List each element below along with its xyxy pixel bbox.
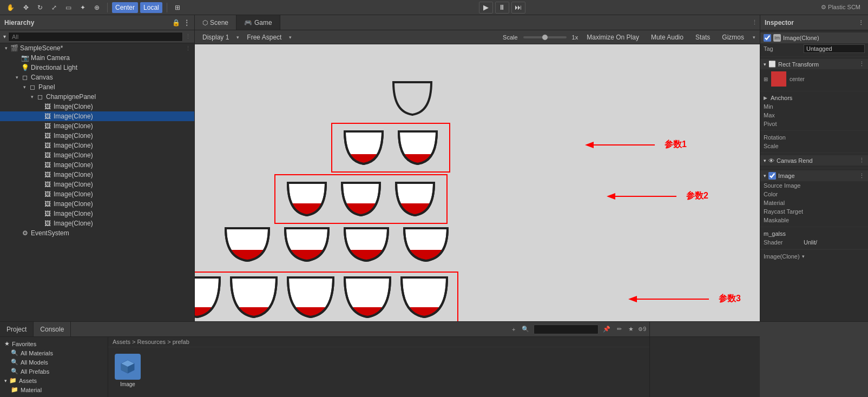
image-component-header[interactable]: ▾ Image ⋮ (760, 170, 868, 181)
project-search-input[interactable] (534, 325, 599, 334)
canvas-renderer-header[interactable]: ▾ 👁 Canvas Rend ⋮ (760, 155, 868, 166)
pause-btn[interactable]: ⏸ (495, 2, 509, 14)
hand-tool-btn[interactable]: ✋ (3, 2, 18, 13)
project-assets-item[interactable]: ▾ 📁 Assets (0, 376, 108, 385)
aspect-dropdown-arrow: ▾ (289, 35, 292, 40)
scale-tool-btn[interactable]: ⤢ (48, 2, 60, 13)
project-favorites-item[interactable]: ★ Favorites (0, 339, 108, 348)
svg-rect-10 (396, 250, 456, 266)
tree-item-image7[interactable]: 🖼 Image(Clone) (0, 160, 194, 170)
step-btn[interactable]: ⏭ (511, 2, 525, 14)
image-comp-menu[interactable]: ⋮ (859, 173, 865, 180)
tree-item-champignepanel[interactable]: ▾ ◻ ChampignePanel (0, 92, 194, 102)
tree-item-canvas[interactable]: ▾ ◻ Canvas (0, 72, 194, 82)
play-btn[interactable]: ▶ (479, 2, 493, 14)
tree-label: Image(Clone) (54, 210, 194, 217)
hierarchy-lock-icon[interactable]: 🔒 (172, 19, 180, 27)
game-tab[interactable]: 🎮 Game (236, 15, 280, 30)
main-toolbar: ✋ ✥ ↻ ⤢ ▭ ✦ ⊕ Center Local ⊞ ▶ ⏸ ⏭ ⚙ Pla… (0, 0, 868, 15)
svg-rect-5 (388, 203, 442, 220)
color-label: Color (764, 191, 801, 197)
tree-item-image13[interactable]: 🖼 Image(Clone) (0, 219, 194, 228)
space-btn[interactable]: Local (140, 2, 162, 13)
toolbar-sep-2 (167, 3, 167, 12)
project-all-materials-item[interactable]: 🔍 All Materials (0, 348, 108, 358)
image-icon: 🖼 (43, 180, 52, 189)
source-image-label: Source Image (764, 182, 801, 189)
project-material-item[interactable]: 📁 Material (0, 385, 108, 394)
inspector-menu-icon[interactable]: ⋮ (858, 19, 864, 25)
image-active-checkbox[interactable] (768, 172, 776, 180)
pivot-btn[interactable]: Center (112, 2, 138, 13)
maximize-on-play-btn[interactable]: Maximize On Play (583, 32, 642, 43)
tree-item-dirlight[interactable]: 💡 Directional Light (0, 63, 194, 72)
hierarchy-dropdown-icon[interactable]: ▾ (3, 34, 6, 39)
bottom-pin-icon[interactable]: 📌 (601, 325, 613, 334)
bottom-search-icon[interactable]: 🔍 (520, 325, 531, 334)
tree-item-samplescene[interactable]: ▾ 🎬 SampleScene* ⋮ (0, 43, 194, 53)
gizmos-dropdown-arrow: ▾ (753, 35, 755, 40)
tree-item-image6[interactable]: 🖼 Image(Clone) (0, 150, 194, 160)
image-clone-dropdown-icon[interactable]: ▾ (802, 254, 805, 259)
tree-item-image1[interactable]: 🖼 Image(Clone) (0, 102, 194, 111)
rect-transform-menu[interactable]: ⋮ (859, 61, 865, 68)
gameobject-active-checkbox[interactable] (764, 34, 771, 42)
inspector-bottom-panel (649, 322, 760, 397)
custom-tool-btn[interactable]: ⊕ (91, 2, 103, 13)
tree-item-panel[interactable]: ▾ ◻ Panel (0, 82, 194, 92)
tree-item-image9[interactable]: 🖼 Image(Clone) (0, 180, 194, 189)
scale-slider[interactable] (523, 36, 567, 38)
gizmos-btn[interactable]: Gizmos (719, 32, 747, 43)
bottom-add-btn[interactable]: + (510, 325, 517, 334)
tree-item-image4[interactable]: 🖼 Image(Clone) (0, 131, 194, 141)
project-tab[interactable]: Project (0, 322, 34, 336)
bottom-pencil-icon[interactable]: ✏ (615, 325, 624, 334)
tree-item-image5[interactable]: 🖼 Image(Clone) (0, 141, 194, 150)
image-icon: 🖼 (43, 209, 52, 218)
stats-btn[interactable]: Stats (692, 32, 713, 43)
layers-icon-btn[interactable]: ⊞ (172, 2, 183, 13)
tree-item-image10[interactable]: 🖼 Image(Clone) (0, 189, 194, 199)
project-all-models-item[interactable]: 🔍 All Models (0, 358, 108, 367)
tree-item-maincamera[interactable]: 📷 Main Camera (0, 53, 194, 63)
free-aspect-btn[interactable]: Free Aspect (244, 32, 285, 43)
tree-item-eventsystem[interactable]: ⚙ EventSystem (0, 228, 194, 238)
plastic-scm-label: ⚙ Plastic SCM (821, 4, 865, 11)
asset-item-image[interactable]: Image (113, 352, 143, 389)
canvas-renderer-menu[interactable]: ⋮ (859, 157, 865, 164)
hierarchy-options-icon[interactable]: ⋮ (185, 33, 191, 40)
rect-transform-header[interactable]: ▾ ⬜ Rect Transform ⋮ (760, 59, 868, 69)
rect-tool-btn[interactable]: ▭ (62, 2, 75, 13)
scene-menu-btn[interactable]: ⋮ (749, 15, 760, 30)
tree-item-image11[interactable]: 🖼 Image(Clone) (0, 199, 194, 209)
rotate-tool-btn[interactable]: ↻ (34, 2, 46, 13)
mute-audio-btn[interactable]: Mute Audio (648, 32, 687, 43)
console-tab[interactable]: Console (34, 322, 71, 336)
min-label: Min (764, 103, 801, 110)
tree-options[interactable]: ⋮ (185, 45, 194, 52)
tree-label: Image(Clone) (54, 190, 194, 198)
hierarchy-menu-icon[interactable]: ⋮ (183, 19, 190, 27)
transform-tool-btn[interactable]: ✦ (77, 2, 89, 13)
hierarchy-search-bar: ▾ ⋮ (0, 30, 194, 43)
tree-label: Image(Clone) (54, 122, 194, 130)
hierarchy-search-input[interactable] (8, 32, 183, 42)
anchor-preset-widget[interactable] (771, 71, 786, 87)
tree-item-image12[interactable]: 🖼 Image(Clone) (0, 209, 194, 219)
bottom-star-icon[interactable]: ★ (626, 325, 636, 334)
move-tool-btn[interactable]: ✥ (20, 2, 32, 13)
tree-item-image2[interactable]: 🖼 Image(Clone) (0, 111, 194, 121)
display-btn[interactable]: Display 1 (199, 32, 232, 43)
tree-item-image8[interactable]: 🖼 Image(Clone) (0, 170, 194, 180)
scene-tab[interactable]: ⬡ Scene (195, 15, 236, 30)
glass-svg (195, 275, 226, 321)
scale-label: Scale (503, 34, 518, 41)
tree-item-image3[interactable]: 🖼 Image(Clone) (0, 121, 194, 131)
svg-rect-9 (337, 250, 396, 266)
tag-value[interactable]: Untagged (804, 44, 865, 53)
project-all-prefabs-item[interactable]: 🔍 All Prefabs (0, 367, 108, 376)
scale-insp-label: Scale (764, 143, 801, 149)
anchors-collapse-arrow[interactable]: ▶ (764, 95, 767, 101)
eye-icon[interactable]: 👁 (768, 157, 774, 164)
gameobject-icon: Im (773, 34, 781, 42)
